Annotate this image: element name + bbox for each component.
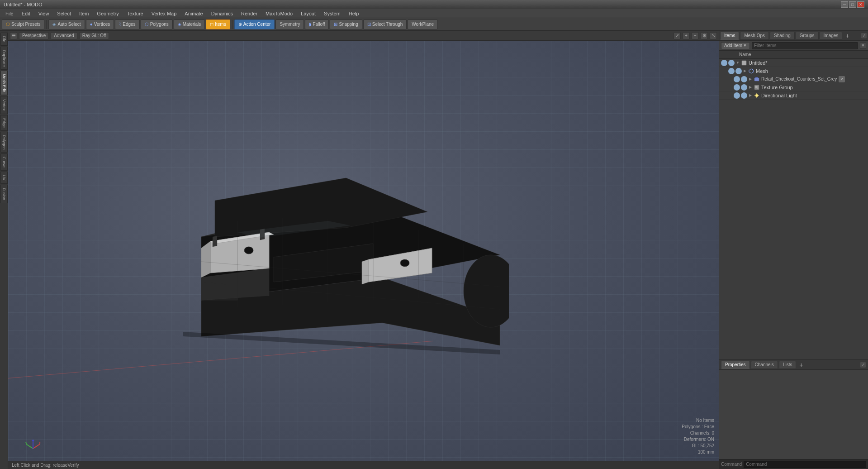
viewport-gl-button[interactable]: Ray GL: Off [79,32,109,39]
tab-mesh-ops[interactable]: Mesh Ops [740,32,769,40]
sidebar-tab-duplicate[interactable]: Duplicate [0,47,8,70]
sidebar-tab-file[interactable]: File [0,33,8,46]
filter-options-button[interactable]: ▼ [860,43,866,49]
viewport-fit-button[interactable]: ⤢ [674,32,681,39]
filter-items-input[interactable] [752,42,858,49]
viewport-canvas[interactable]: No Items Polygons : Face Channels: 0 Def… [8,41,719,469]
right-panel: Items Mesh Ops Shading Groups Images + ⤢… [719,31,868,469]
menu-item[interactable]: Item [76,10,92,17]
viewport-container[interactable]: ☰ Perspective Advanced Ray GL: Off ⤢ + −… [8,31,719,469]
sidebar-tab-curve[interactable]: Curve [0,153,8,171]
viewport-perspective-button[interactable]: Perspective [19,32,49,39]
svg-rect-38 [757,86,758,89]
viewport-zoom-out-button[interactable]: − [692,32,699,39]
tab-items[interactable]: Items [720,32,739,40]
menu-system[interactable]: System [320,10,344,17]
tree-item-retail[interactable]: ▶ Retail_Checkout_Counters_Set_Grey 2 [719,75,868,83]
symmetry-button[interactable]: Symmetry [275,19,304,29]
axis-indicator [22,433,44,455]
edges-button[interactable]: ⌇ Edges [115,19,139,29]
tab-groups[interactable]: Groups [796,32,819,40]
menu-animate[interactable]: Animate [181,10,206,17]
snapping-button[interactable]: ⊞ Snapping [330,19,362,29]
auto-select-button[interactable]: ◈ Auto Select [48,19,85,29]
expand-light[interactable]: ▶ [748,93,753,98]
menu-texture[interactable]: Texture [123,10,147,17]
menu-render[interactable]: Render [237,10,261,17]
bottom-panel-tabs: Properties Channels Lists + ⤢ [719,360,868,370]
action-center-button[interactable]: ⊕ Action Center [234,19,275,29]
visibility2-toggle-texture[interactable] [741,84,747,91]
vertices-button[interactable]: ● Vertices [86,19,114,29]
materials-button[interactable]: ◈ Materials [174,19,205,29]
viewport-expand-button[interactable]: ⤡ [710,32,717,39]
minimize-button[interactable]: ─ [841,1,848,8]
visibility2-toggle-light[interactable] [741,92,747,99]
menu-geometry[interactable]: Geometry [93,10,122,17]
tab-lists[interactable]: Lists [779,361,797,369]
visibility-toggle-light[interactable] [734,92,740,99]
select-through-button[interactable]: ⊡ Select Through [363,19,407,29]
sidebar-tab-polygon[interactable]: Polygon [0,132,8,153]
panel-expand-button[interactable]: ⤢ [861,33,867,39]
menu-maxtomodo[interactable]: MaxToModo [262,10,296,17]
viewport-advanced-button[interactable]: Advanced [51,32,77,39]
visibility-toggle-mesh[interactable] [728,68,735,74]
tree-item-directional-light[interactable]: ▶ Directional Light [719,91,868,100]
tree-item-mesh[interactable]: ▶ Mesh [719,67,868,75]
sidebar-tab-edge[interactable]: Edge [0,115,8,131]
menu-dynamics[interactable]: Dynamics [208,10,237,17]
close-button[interactable]: ✕ [857,1,864,8]
visibility2-toggle-mesh[interactable] [735,68,742,74]
falloff-button[interactable]: ◗ Falloff [305,19,329,29]
expand-texture[interactable]: ▶ [748,85,753,90]
polygons-button[interactable]: ⬡ Polygons [141,19,173,29]
menu-help[interactable]: Help [345,10,363,17]
tree-item-untitled[interactable]: ▼ Untitled* [719,59,868,67]
svg-rect-34 [754,78,759,81]
visibility-toggle-retail[interactable] [734,76,740,82]
info-items: No Items [682,417,714,424]
light-icon [754,92,760,99]
command-input[interactable] [744,461,866,468]
bottom-tab-add[interactable]: + [797,361,805,369]
sidebar-tab-uv[interactable]: UV [0,172,8,184]
workplane-button[interactable]: WorkPlane [408,19,438,29]
viewport-menu-button[interactable]: ☰ [10,32,17,39]
expand-untitled[interactable]: ▼ [735,61,740,65]
mesh-icon [748,68,754,74]
tab-properties[interactable]: Properties [721,361,750,369]
visibility-toggle-untitled[interactable] [721,60,727,66]
expand-retail[interactable]: ▶ [748,77,753,81]
toolbar-separator-2 [232,20,232,29]
sculpt-presets-button[interactable]: ⬡ Sculpt Presets [2,19,44,29]
items-button[interactable]: ◻ Items [206,19,230,29]
expand-mesh[interactable]: ▶ [743,69,747,73]
maximize-button[interactable]: □ [849,1,856,8]
tab-shading[interactable]: Shading [770,32,795,40]
visibility-toggle-texture[interactable] [734,84,740,91]
add-item-dropdown-icon[interactable]: ▼ [743,43,747,48]
menu-select[interactable]: Select [53,10,75,17]
menu-edit[interactable]: Edit [18,10,34,17]
tab-add-button[interactable]: + [843,32,851,40]
menu-file[interactable]: File [2,10,17,17]
scene-tree[interactable]: ▼ Untitled* ▶ Mesh [719,59,868,359]
sidebar-tab-fusion[interactable]: Fusion [0,185,8,203]
viewport-zoom-in-button[interactable]: + [683,32,690,39]
items-column-header: Name [719,51,868,59]
add-item-button[interactable]: Add Item ▼ [721,42,750,49]
tab-images[interactable]: Images [820,32,843,40]
viewport-settings-button[interactable]: ⚙ [701,32,708,39]
menu-view[interactable]: View [35,10,53,17]
tab-channels[interactable]: Channels [751,361,778,369]
menu-layout[interactable]: Layout [297,10,319,17]
sidebar-tab-vertex[interactable]: Vertex [0,96,8,114]
visibility2-toggle-retail[interactable] [741,76,747,82]
menu-vertexmap[interactable]: Vertex Map [148,10,180,17]
tree-item-texture-group[interactable]: ▶ Texture Group [719,83,868,91]
visibility2-toggle-untitled[interactable] [728,60,735,66]
toolbar: ⬡ Sculpt Presets ◈ Auto Select ● Vertice… [0,18,868,31]
sidebar-tab-meshedit[interactable]: Mesh Edit [0,71,8,95]
bottom-panel-expand[interactable]: ⤢ [860,362,866,368]
